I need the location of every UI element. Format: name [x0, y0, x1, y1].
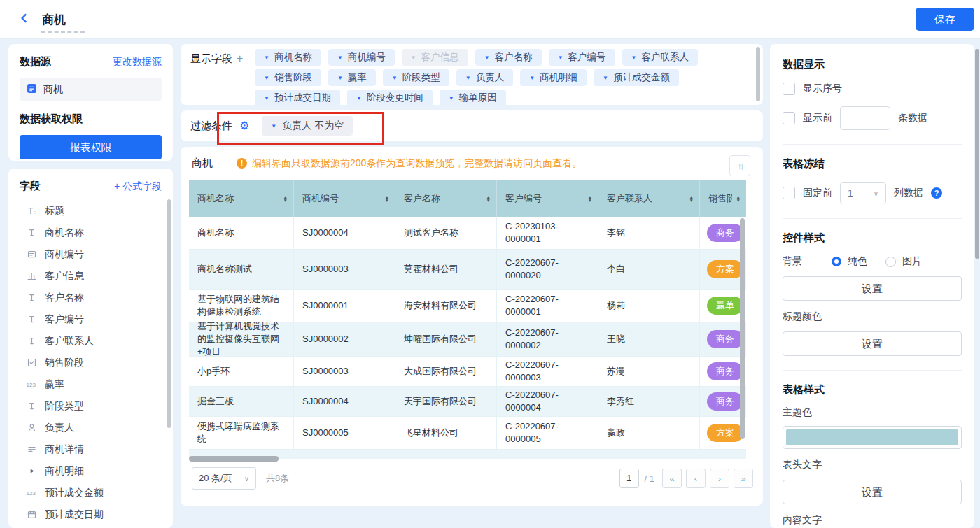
display-field-tag-客户编号[interactable]: ▼客户编号 [549, 49, 615, 66]
background-set-button[interactable]: 设置 [783, 276, 962, 301]
stage-badge: 商务 [707, 362, 743, 380]
display-field-tag-商机编号[interactable]: ▼商机编号 [328, 49, 395, 66]
column-header-客户联系人[interactable]: 客户联系人▲▼ [598, 180, 700, 217]
display-field-tag-阶段类型[interactable]: ▼阶段类型 [383, 69, 449, 86]
sort-arrows-icon[interactable]: ▲▼ [732, 195, 741, 203]
table-body: 商机名称SJ0000004测试客户名称C-20230103-0000001李铭商… [189, 217, 746, 459]
freeze-columns-checkbox[interactable] [783, 187, 795, 199]
display-field-tag-商机明细[interactable]: ▼商机明细 [520, 69, 587, 86]
question-icon[interactable]: ? [931, 187, 942, 199]
page-scrollbar-thumb[interactable] [975, 49, 979, 259]
display-field-tag-负责人[interactable]: ▼负责人 [456, 69, 513, 86]
column-header-客户名称[interactable]: 客户名称▲▼ [396, 180, 497, 217]
image-radio[interactable] [886, 257, 896, 267]
theme-color-picker[interactable] [783, 426, 962, 449]
table-cell: C-20230103-0000001 [497, 217, 598, 249]
table-cell: 飞星材料公司 [396, 417, 497, 449]
field-item-商机明细[interactable]: 商机明细 [20, 460, 162, 482]
datasource-item[interactable]: 商机 [20, 78, 162, 101]
field-item-销售阶段[interactable]: 销售阶段 [20, 352, 162, 373]
sort-arrows-icon[interactable]: ▲▼ [584, 195, 592, 203]
chart-icon [26, 271, 38, 280]
change-datasource-link[interactable]: 更改数据源 [113, 56, 162, 69]
prev-page-button[interactable]: ‹ [686, 469, 706, 488]
fields-scrollbar-thumb[interactable] [167, 199, 171, 428]
sort-arrows-icon[interactable]: ▲▼ [381, 195, 389, 203]
add-display-field-button[interactable]: + [237, 52, 243, 64]
display-field-tag-预计成交金额[interactable]: ▼预计成交金额 [594, 69, 679, 86]
show-index-checkbox[interactable] [783, 83, 795, 95]
chevron-down-icon: ▼ [392, 75, 398, 81]
warning-text: 编辑界面只取数据源前200条作为查询数据预览，完整数据请访问页面查看。 [252, 157, 582, 170]
display-field-tag-客户名称[interactable]: ▼客户名称 [475, 49, 542, 66]
permission-title: 数据获取权限 [20, 113, 162, 126]
next-page-button[interactable]: › [710, 469, 729, 488]
report-permission-button[interactable]: 报表权限 [20, 135, 162, 159]
sort-arrows-icon[interactable]: ▲▼ [279, 195, 288, 203]
top-bar: 商机 保存 [0, 0, 980, 39]
add-formula-field-link[interactable]: + 公式字段 [114, 180, 162, 193]
show-first-checkbox[interactable] [783, 112, 795, 124]
filter-label: 过滤条件 [190, 120, 232, 133]
field-item-预计成交日期[interactable]: 预计成交日期 [20, 504, 162, 525]
first-page-button[interactable]: « [662, 469, 682, 488]
display-field-tag-阶段变更时间[interactable]: ▼阶段变更时间 [347, 90, 433, 105]
show-first-count-input[interactable] [840, 106, 890, 130]
title-color-set-button[interactable]: 设置 [783, 331, 962, 356]
display-field-tag-客户信息[interactable]: ▼客户信息 [402, 49, 468, 66]
field-item-商机编号[interactable]: 商机编号 [20, 243, 162, 265]
widget-style-title: 控件样式 [783, 231, 962, 245]
field-item-label: 预计成交日期 [45, 508, 104, 521]
field-item-商机详情[interactable]: 商机详情 [20, 438, 162, 460]
column-header-商机名称[interactable]: 商机名称▲▼ [189, 180, 294, 217]
display-fields-scrollbar-thumb[interactable] [756, 47, 760, 101]
page-size-select[interactable]: 20 条/页 ∨ [192, 467, 256, 490]
table-scrollbar-thumb[interactable] [740, 218, 745, 439]
field-item-标题[interactable]: 标题 [20, 200, 162, 222]
display-field-tag-商机名称[interactable]: ▼商机名称 [255, 49, 321, 66]
table-cell: SJ0000001 [294, 290, 396, 322]
sort-arrows-icon[interactable]: ▲▼ [685, 195, 694, 203]
table-freeze-title: 表格冻结 [783, 157, 962, 171]
gear-icon[interactable]: ⚙ [239, 120, 249, 131]
field-item-阶段类型[interactable]: 阶段类型 [20, 395, 162, 417]
page-number-input[interactable]: 1 [620, 469, 639, 488]
back-icon[interactable] [18, 12, 32, 26]
pagination-bar: 20 条/页 ∨ 共8条 1 / 1 « ‹ › » [192, 467, 753, 490]
solid-color-radio[interactable] [832, 257, 841, 266]
field-item-负责人[interactable]: 负责人 [20, 417, 162, 438]
horizontal-scrollbar-thumb[interactable] [189, 456, 279, 462]
table-cell: SJ0000005 [294, 417, 396, 449]
field-item-预计成交金额[interactable]: 123预计成交金额 [20, 482, 162, 504]
show-first-suffix: 条数据 [898, 112, 927, 124]
sort-arrows-icon[interactable]: ▲▼ [482, 195, 491, 203]
field-item-客户联系人[interactable]: 客户联系人 [20, 330, 162, 352]
field-item-赢率[interactable]: 123赢率 [20, 373, 162, 395]
title-edit-underline [41, 31, 85, 33]
last-page-button[interactable]: » [734, 469, 753, 488]
column-header-客户编号[interactable]: 客户编号▲▼ [497, 180, 598, 217]
table-cell: 坤曜国际有限公司 [396, 322, 497, 356]
display-field-tag-客户联系人[interactable]: ▼客户联系人 [622, 49, 698, 66]
preview-warning: ! 编辑界面只取数据源前200条作为查询数据预览，完整数据请访问页面查看。 [237, 157, 582, 170]
column-header-销售阶段[interactable]: 销售阶段▲▼ [700, 180, 746, 217]
display-field-tag-预计成交日期[interactable]: ▼预计成交日期 [255, 90, 340, 105]
stage-badge: 方案 [707, 424, 743, 442]
table-cell: 天宇国际有限公司 [396, 387, 497, 416]
display-field-tag-销售阶段[interactable]: ▼销售阶段 [255, 69, 321, 86]
display-field-tag-输单原因[interactable]: ▼输单原因 [440, 90, 506, 105]
display-field-tag-赢率[interactable]: ▼赢率 [328, 69, 376, 86]
header-text-set-button[interactable]: 设置 [783, 480, 962, 504]
number-icon: 123 [26, 488, 38, 497]
field-item-客户编号[interactable]: 客户编号 [20, 308, 162, 330]
sort-icon[interactable]: ↑↓ [729, 155, 750, 176]
field-item-客户名称[interactable]: 客户名称 [20, 287, 162, 308]
filter-condition-tag[interactable]: ▼ 负责人 不为空 [262, 116, 353, 136]
stage-badge: 商务 [707, 392, 743, 411]
field-item-客户信息[interactable]: 客户信息 [20, 265, 162, 287]
field-item-商机名称[interactable]: 商机名称 [20, 222, 162, 243]
save-button[interactable]: 保存 [916, 8, 974, 31]
column-header-商机编号[interactable]: 商机编号▲▼ [294, 180, 396, 217]
image-label: 图片 [902, 255, 922, 268]
freeze-count-select[interactable]: 1 ∨ [840, 182, 886, 204]
